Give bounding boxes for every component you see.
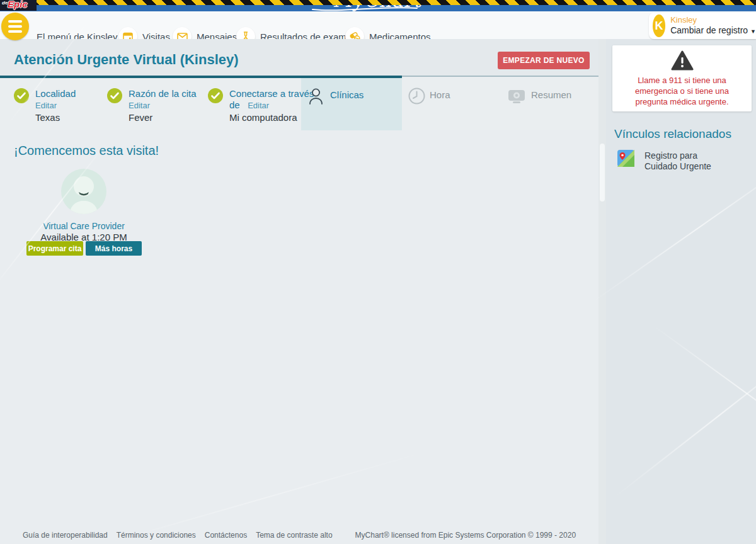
license-text: MyChart® licensed from Epic Systems Corp… xyxy=(355,531,576,540)
schedule-appointment-button[interactable]: Programar cita xyxy=(26,241,83,256)
switch-record-label: Cambiar de registro▼ xyxy=(670,25,756,37)
avatar: K xyxy=(653,14,665,37)
visit-heading: ¡Comencemos esta visita! xyxy=(14,144,159,158)
footer-link-contact[interactable]: Contáctenos xyxy=(205,531,247,540)
epic-logo-word: Epic xyxy=(8,0,28,9)
clock-icon xyxy=(408,88,425,105)
person-icon xyxy=(309,88,323,105)
check-icon xyxy=(208,88,223,103)
step-title: Localidad xyxy=(35,88,76,99)
webcam-icon xyxy=(508,90,525,103)
hamburger-menu-button[interactable] xyxy=(1,13,29,40)
epic-logo: de Epic xyxy=(0,0,37,11)
urgent-care-registration-link[interactable]: Registro para Cuidado Urgente xyxy=(617,150,730,172)
person-silhouette-icon xyxy=(61,169,106,214)
more-times-button[interactable]: Más horas xyxy=(86,241,142,256)
footer-link-interoperability[interactable]: Guía de interoperabilidad xyxy=(23,531,108,540)
step-resumen-label: Resumen xyxy=(531,89,571,100)
check-icon xyxy=(107,88,122,103)
chevron-down-icon: ▼ xyxy=(750,28,756,35)
step-razon: Razón de la cita Editar Fever xyxy=(107,88,197,123)
background-streak xyxy=(101,451,428,544)
epic-logo-prefix: de xyxy=(2,0,8,6)
provider-name-link[interactable]: Virtual Care Provider xyxy=(21,221,147,231)
scrollbar-thumb[interactable] xyxy=(600,144,605,201)
footer: Guía de interoperabilidad Términos y con… xyxy=(0,531,598,540)
related-link-label: Registro para Cuidado Urgente xyxy=(644,150,730,172)
step-value: Mi computadora xyxy=(229,112,314,123)
nav-bar: El menú de Kinsley Visitas Mensajes xyxy=(0,11,756,39)
step-title: Conectarse a través xyxy=(229,88,314,99)
step-value: Texas xyxy=(35,112,76,123)
emergency-notice-card: Llame a 911 si tiene una emergencia o si… xyxy=(612,45,752,111)
start-over-button[interactable]: EMPEZAR DE NUEVO xyxy=(498,52,590,69)
step-title-line2: de xyxy=(229,99,240,110)
page-title: Atención Urgente Virtual (Kinsley) xyxy=(14,52,239,68)
brand-bar: MyChart de Epic xyxy=(0,0,756,11)
step-localidad: Localidad Editar Texas xyxy=(14,88,76,123)
step-conectarse: Conectarse a través de Editar Mi computa… xyxy=(208,88,314,123)
caution-stripe xyxy=(0,0,756,5)
title-bar: Atención Urgente Virtual (Kinsley) EMPEZ… xyxy=(0,39,598,76)
background-streak xyxy=(0,140,109,290)
scrollbar-track[interactable] xyxy=(598,39,606,544)
stepper-progress-line xyxy=(0,76,402,78)
user-name: Kinsley xyxy=(670,15,756,25)
stepper-remaining-line xyxy=(402,76,598,77)
step-value: Fever xyxy=(129,112,197,123)
check-icon xyxy=(14,88,29,103)
edit-location-link[interactable]: Editar xyxy=(35,101,57,111)
step-hora-label: Hora xyxy=(430,89,450,100)
edit-reason-link[interactable]: Editar xyxy=(129,101,150,111)
footer-link-terms[interactable]: Términos y condiciones xyxy=(117,531,196,540)
warning-triangle-icon xyxy=(671,50,694,71)
mychart-app: MyChart de Epic El menú de Kinsley Visit… xyxy=(0,0,756,544)
edit-connection-link[interactable]: Editar xyxy=(248,101,269,111)
step-title: Razón de la cita xyxy=(129,88,197,99)
map-icon xyxy=(617,150,634,167)
scheduling-stepper: Localidad Editar Texas Razón de la cita … xyxy=(0,76,598,130)
footer-link-contrast-theme[interactable]: Tema de contraste alto xyxy=(256,531,332,540)
provider-avatar xyxy=(61,169,106,214)
emergency-notice-text: Llame a 911 si tiene una emergencia o si… xyxy=(612,74,752,107)
step-clinicas-label: Clínicas xyxy=(330,89,364,100)
user-switch-chip[interactable]: K Kinsley Cambiar de registro▼ xyxy=(649,13,756,39)
related-links-heading: Vínculos relacionados xyxy=(614,127,731,141)
mychart-swoosh-icon xyxy=(311,6,418,11)
right-sidebar: Llame a 911 si tiene una emergencia o si… xyxy=(606,39,756,544)
